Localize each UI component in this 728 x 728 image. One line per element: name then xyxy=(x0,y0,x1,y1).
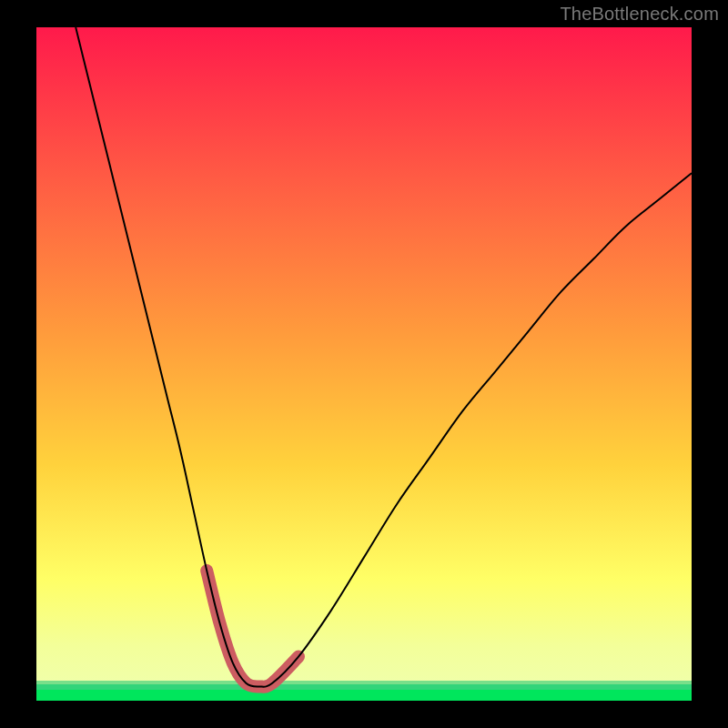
chart-frame: TheBottleneck.com xyxy=(0,0,728,728)
bottleneck-curve xyxy=(76,27,692,687)
watermark-text: TheBottleneck.com xyxy=(560,4,719,25)
curve-layer xyxy=(36,27,692,701)
plot-area xyxy=(36,27,692,701)
